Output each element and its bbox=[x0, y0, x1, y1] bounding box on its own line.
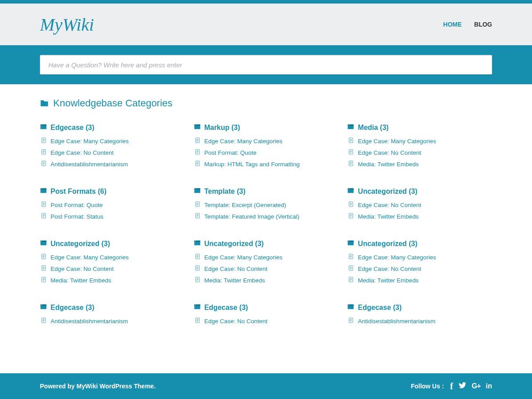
document-icon bbox=[195, 201, 200, 208]
document-icon bbox=[41, 277, 47, 284]
article-link[interactable]: Media: Twitter Embeds bbox=[347, 213, 492, 220]
article-title: Edge Case: Many Categories bbox=[204, 254, 282, 261]
article-title: Edge Case: No Content bbox=[358, 202, 421, 208]
window-icon bbox=[194, 239, 201, 248]
article-link[interactable]: Post Format: Quote bbox=[194, 149, 339, 156]
svg-rect-139 bbox=[348, 305, 349, 305]
facebook-icon[interactable]: f bbox=[450, 381, 453, 391]
window-icon bbox=[194, 187, 201, 196]
article-link[interactable]: Edge Case: Many Categories bbox=[347, 137, 492, 145]
category-block: Uncategorized (3)Edge Case: Many Categor… bbox=[347, 239, 492, 288]
article-link[interactable]: Template: Excerpt (Generated) bbox=[194, 201, 339, 208]
document-icon bbox=[41, 201, 47, 208]
category-title[interactable]: Post Formats (6) bbox=[40, 187, 185, 196]
site-logo[interactable]: MyWiki bbox=[40, 14, 94, 35]
folder-icon bbox=[40, 99, 49, 108]
article-link[interactable]: Edge Case: No Content bbox=[347, 149, 492, 156]
category-title[interactable]: Uncategorized (3) bbox=[347, 187, 492, 196]
window-icon bbox=[194, 303, 201, 312]
article-link[interactable]: Markup: HTML Tags and Formatting bbox=[194, 160, 339, 168]
category-title[interactable]: Uncategorized (3) bbox=[40, 239, 185, 248]
document-icon bbox=[195, 160, 200, 168]
category-block: Uncategorized (3)Edge Case: Many Categor… bbox=[40, 239, 185, 288]
category-title-text: Post Formats (6) bbox=[51, 188, 106, 196]
article-title: Edge Case: Many Categories bbox=[358, 138, 436, 145]
document-icon bbox=[195, 213, 200, 220]
category-block: Uncategorized (3)Edge Case: No ContentMe… bbox=[347, 187, 492, 224]
site-header: MyWiki HOME BLOG bbox=[0, 4, 532, 45]
article-link[interactable]: Edge Case: No Content bbox=[194, 317, 339, 325]
article-link[interactable]: Post Format: Status bbox=[40, 213, 185, 220]
search-band bbox=[0, 45, 532, 84]
document-icon bbox=[348, 254, 354, 261]
article-link[interactable]: Edge Case: Many Categories bbox=[40, 254, 185, 261]
nav-home[interactable]: HOME bbox=[443, 21, 462, 28]
svg-rect-47 bbox=[41, 189, 42, 189]
article-link[interactable]: Post Format: Quote bbox=[40, 201, 185, 208]
document-icon bbox=[195, 149, 200, 156]
article-link[interactable]: Edge Case: Many Categories bbox=[194, 137, 339, 145]
site-footer: Powered by MyWiki WordPress Theme. Follo… bbox=[0, 373, 532, 399]
category-title-text: Edgecase (3) bbox=[204, 304, 248, 312]
article-link[interactable]: Edge Case: Many Categories bbox=[40, 137, 185, 145]
article-link[interactable]: Media: Twitter Embeds bbox=[194, 277, 339, 284]
google-plus-icon[interactable]: G+ bbox=[472, 382, 481, 390]
article-link[interactable]: Antidisestablishmentarianism bbox=[347, 317, 492, 325]
article-title: Markup: HTML Tags and Formatting bbox=[204, 161, 300, 168]
article-title: Media: Twitter Embeds bbox=[358, 277, 419, 284]
svg-rect-132 bbox=[195, 305, 196, 305]
footer-right: Follow Us : f G+ in bbox=[411, 381, 492, 391]
window-icon bbox=[40, 187, 47, 196]
linkedin-icon[interactable]: in bbox=[486, 382, 492, 390]
svg-rect-69 bbox=[348, 189, 349, 189]
search-input[interactable] bbox=[40, 55, 492, 74]
category-title[interactable]: Media (3) bbox=[347, 123, 492, 132]
document-icon bbox=[348, 149, 354, 156]
category-title[interactable]: Template (3) bbox=[194, 187, 339, 196]
category-title[interactable]: Edgecase (3) bbox=[347, 303, 492, 312]
article-link[interactable]: Edge Case: Many Categories bbox=[347, 254, 492, 261]
document-icon bbox=[195, 317, 200, 325]
category-title[interactable]: Edgecase (3) bbox=[194, 303, 339, 312]
twitter-icon[interactable] bbox=[458, 381, 466, 391]
document-icon bbox=[348, 317, 354, 325]
social-icons: f G+ in bbox=[450, 381, 492, 391]
window-icon bbox=[194, 123, 201, 132]
article-link[interactable]: Media: Twitter Embeds bbox=[347, 160, 492, 168]
document-icon bbox=[348, 137, 354, 145]
article-link[interactable]: Edge Case: No Content bbox=[347, 201, 492, 208]
category-block: Markup (3)Edge Case: Many CategoriesPost… bbox=[194, 123, 339, 172]
document-icon bbox=[348, 265, 354, 272]
article-title: Antidisestablishmentarianism bbox=[51, 161, 128, 168]
document-icon bbox=[195, 277, 200, 284]
article-link[interactable]: Edge Case: No Content bbox=[347, 265, 492, 272]
article-link[interactable]: Antidisestablishmentarianism bbox=[40, 160, 185, 168]
category-title[interactable]: Edgecase (3) bbox=[40, 123, 185, 132]
article-link[interactable]: Media: Twitter Embeds bbox=[347, 277, 492, 284]
category-title[interactable]: Uncategorized (3) bbox=[194, 239, 339, 248]
category-title-text: Media (3) bbox=[358, 124, 388, 132]
article-link[interactable]: Antidisestablishmentarianism bbox=[40, 317, 185, 325]
document-icon bbox=[41, 265, 47, 272]
nav-blog[interactable]: BLOG bbox=[474, 21, 492, 28]
category-title-text: Uncategorized (3) bbox=[204, 240, 264, 248]
article-link[interactable]: Edge Case: Many Categories bbox=[194, 254, 339, 261]
category-title[interactable]: Uncategorized (3) bbox=[347, 239, 492, 248]
primary-nav: HOME BLOG bbox=[443, 21, 492, 28]
category-block: Edgecase (3)Antidisestablishmentarianism bbox=[347, 303, 492, 329]
article-title: Edge Case: Many Categories bbox=[358, 254, 436, 261]
document-icon bbox=[348, 201, 354, 208]
article-link[interactable]: Edge Case: No Content bbox=[40, 149, 185, 156]
article-link[interactable]: Template: Featured Image (Vertical) bbox=[194, 213, 339, 220]
article-link[interactable]: Edge Case: No Content bbox=[40, 265, 185, 272]
article-title: Edge Case: Many Categories bbox=[51, 254, 129, 261]
article-title: Edge Case: No Content bbox=[51, 266, 114, 272]
article-link[interactable]: Media: Twitter Embeds bbox=[40, 277, 185, 284]
category-title-text: Markup (3) bbox=[204, 124, 240, 132]
svg-rect-110 bbox=[348, 241, 349, 242]
category-title-text: Edgecase (3) bbox=[358, 304, 402, 312]
category-title[interactable]: Edgecase (3) bbox=[40, 303, 185, 312]
category-title[interactable]: Markup (3) bbox=[194, 123, 339, 132]
article-link[interactable]: Edge Case: No Content bbox=[194, 265, 339, 272]
document-icon bbox=[41, 317, 47, 325]
